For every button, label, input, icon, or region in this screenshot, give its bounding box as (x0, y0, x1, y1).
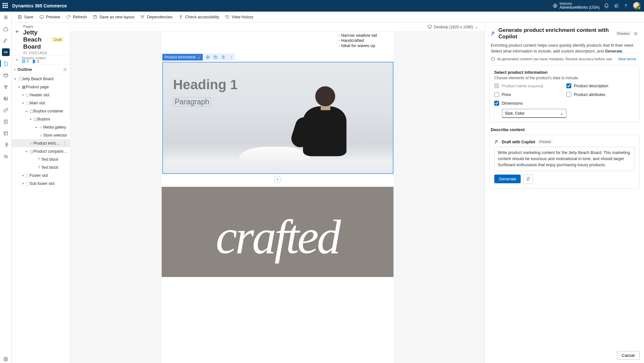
duplicate-icon[interactable] (212, 53, 220, 61)
tree-node[interactable]: ▸▢Product comparison bu... (12, 147, 70, 155)
preview-badge: Preview (538, 140, 553, 144)
breadcrumb-label[interactable]: Pages (23, 24, 64, 28)
selection-toolbar: Product enrichment⌄ ⋮ (162, 53, 393, 61)
home-icon[interactable] (2, 25, 10, 33)
templates-icon[interactable] (2, 118, 10, 126)
notifications-icon[interactable] (603, 3, 609, 9)
tree-node[interactable]: ▾▢Buybox (12, 115, 70, 123)
draft-title: Draft with Copilot (502, 140, 535, 144)
hero-image (290, 86, 348, 167)
site-settings-icon[interactable] (2, 355, 10, 363)
urls-icon[interactable] (2, 106, 10, 114)
checkbox-product-attributes[interactable]: Product attributes (566, 92, 635, 97)
user-small-icon: 👤 (32, 60, 36, 63)
tree-node[interactable]: ▾⬚Footer slot (12, 171, 70, 179)
describe-label: Describe content (485, 127, 644, 135)
view-terms-link[interactable]: View terms (618, 57, 636, 61)
svg-rect-7 (4, 97, 7, 100)
cancel-button[interactable]: Cancel (617, 351, 639, 360)
svg-point-6 (5, 87, 6, 89)
tree-node[interactable]: ▾⬚Sub footer slot (12, 179, 70, 187)
page-title: Jetty Beach Board (23, 29, 48, 50)
checkbox-dimensions[interactable]: Dimensions (494, 101, 563, 106)
tree-node[interactable]: TText block (12, 163, 70, 171)
top-bar: Dynamics 365 Commerce Website AdventureW… (0, 0, 644, 12)
prompt-input[interactable]: Write product marketing content for the … (494, 147, 635, 171)
svg-point-5 (6, 85, 7, 87)
back-icon[interactable] (15, 29, 20, 34)
help-icon[interactable] (623, 3, 629, 9)
refresh-button[interactable]: Refresh (66, 14, 87, 19)
save-layout-button[interactable]: Save as new layout (93, 14, 134, 19)
tree-node[interactable]: ▾▦Product page (12, 83, 70, 91)
add-module-button[interactable]: + (274, 176, 281, 183)
selection-chip[interactable]: Product enrichment⌄ (162, 54, 203, 61)
tree-node[interactable]: ○Store selector (12, 131, 70, 139)
svg-point-17 (142, 18, 143, 19)
products-icon[interactable] (2, 72, 10, 79)
history-button[interactable]: View history (225, 14, 253, 19)
close-icon[interactable] (633, 31, 638, 36)
pages-icon[interactable] (2, 60, 10, 68)
tree-node[interactable]: ▾⬚Main slot (12, 99, 70, 107)
hero-module[interactable]: Heading 1 Paragraph (162, 62, 393, 174)
tree-node-selected[interactable]: ○Product enrichment⋮ (12, 139, 70, 147)
media-icon[interactable] (2, 95, 10, 102)
audiences-icon[interactable] (2, 153, 10, 160)
generate-button[interactable]: Generate (494, 175, 521, 183)
section-title: Select product information (494, 70, 635, 75)
fragments-icon[interactable] (2, 83, 10, 91)
checkbox-product-description[interactable]: Product description (566, 83, 635, 88)
preview-button[interactable]: Preview (39, 14, 60, 19)
more-icon[interactable]: ⋮ (227, 53, 235, 61)
settings-icon[interactable] (613, 3, 619, 9)
panel-description: Enriching product content helps users qu… (485, 43, 644, 57)
move-icon[interactable] (204, 53, 212, 61)
svg-rect-14 (40, 15, 43, 18)
outline-settings-icon[interactable] (63, 67, 67, 72)
ai-disclaimer: AI-generated content can have mistakes. … (485, 57, 644, 65)
save-button[interactable]: Save (17, 14, 33, 19)
rocket-icon[interactable] (2, 37, 10, 44)
tree-node-root[interactable]: ▾📄Jetty Beach Board (12, 75, 70, 83)
tree-node[interactable]: ▸○Media gallery (12, 123, 70, 131)
dimensions-select[interactable]: Size, Color ⌄ (502, 109, 566, 118)
hamburger-icon[interactable] (2, 14, 10, 21)
accessibility-button[interactable]: Check accessibility (178, 14, 219, 19)
svg-rect-10 (4, 132, 7, 135)
chevron-down-icon: ⌄ (197, 55, 200, 59)
page-preview[interactable]: - Narrow swallow tail - Handcrafted - Id… (162, 32, 393, 363)
website-label: Website (560, 2, 600, 6)
svg-point-4 (4, 85, 5, 87)
heading-placeholder[interactable]: Heading 1 (173, 77, 238, 92)
broadcast-icon[interactable] (2, 48, 10, 56)
website-selector[interactable]: Website AdventureWorks (USA) (553, 2, 600, 10)
checkbox-price[interactable]: Price (494, 92, 563, 97)
svg-point-16 (143, 15, 144, 16)
app-launcher-icon[interactable] (3, 3, 8, 9)
layouts-icon[interactable] (2, 129, 10, 137)
extensibility-icon[interactable] (2, 141, 10, 149)
node-more-icon[interactable]: ⋮ (62, 141, 68, 146)
tree-node[interactable]: TText block (12, 155, 70, 163)
tree-node[interactable]: ▸▢Buybox container (12, 107, 70, 115)
viewport-selector[interactable]: Desktop (1920 x 1080) ⌄ (427, 24, 478, 29)
crafted-section[interactable]: crafted (162, 187, 393, 277)
copilot-icon (491, 31, 496, 36)
tree-node[interactable]: ▾⬚Header slot (12, 91, 70, 99)
svg-rect-21 (215, 56, 217, 59)
paragraph-placeholder[interactable]: Paragraph (173, 97, 211, 107)
copilot-panel: Generate product enrichment content with… (485, 23, 644, 363)
breadcrumb: Pages Jetty Beach Board Draft ID: ZG011A… (12, 23, 70, 55)
adjust-button[interactable] (523, 174, 533, 184)
svg-point-19 (64, 69, 66, 70)
section-desc: Choose elements of the product's data to… (494, 76, 635, 80)
collapse-outline-icon[interactable]: ‹ (14, 67, 15, 72)
draft-card: Draft with Copilot Preview Write product… (489, 135, 639, 188)
svg-point-11 (5, 155, 6, 156)
product-bullets: - Narrow swallow tail - Handcrafted - Id… (162, 32, 393, 52)
delete-icon[interactable] (220, 53, 227, 61)
avatar[interactable] (632, 1, 641, 10)
dependencies-button[interactable]: Dependencies (140, 14, 173, 19)
desktop-icon (427, 24, 432, 29)
